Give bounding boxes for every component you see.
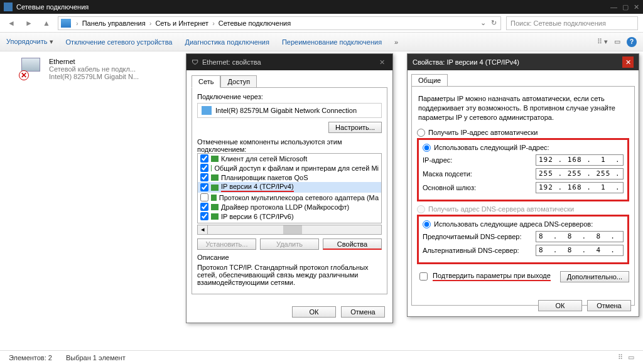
app-icon [4,3,13,11]
breadcrumb[interactable]: › Панель управления › Сеть и Интернет › … [58,16,501,30]
diagnose-connection[interactable]: Диагностика подключения [185,38,269,46]
adapter-name: Ethernet [49,58,139,65]
view-large-icon[interactable]: ▭ [628,353,634,361]
subnet-mask-label: Маска подсети: [423,170,472,178]
minimize-icon[interactable]: — [610,3,617,11]
adapter-device: Intel(R) 82579LM Gigabit N... [49,73,139,80]
component-icon [211,195,217,201]
ok-button[interactable]: ОК [292,306,336,318]
cancel-button[interactable]: Отмена [587,300,631,311]
back-button[interactable]: ◄ [5,17,18,29]
adapter-icon: ✕ [18,58,44,82]
configure-button[interactable]: Настроить... [328,122,382,133]
component-icon [211,204,219,210]
overflow-icon[interactable]: » [394,38,398,46]
dns1-input[interactable] [536,231,624,242]
organize-menu[interactable]: Упорядочить ▾ [6,38,53,46]
radio-ip-auto[interactable] [417,129,425,137]
close-icon[interactable]: ✕ [634,3,639,11]
components-list[interactable]: Клиент для сетей Microsoft Общий доступ … [197,153,382,223]
crumb-network-internet[interactable]: Сеть и Интернет [154,19,210,27]
window-title: Сетевые подключения [16,3,89,11]
component-checkbox[interactable] [200,183,208,191]
advanced-button[interactable]: Дополнительно... [560,271,629,282]
ipv4-properties-dialog: Свойства: IP версии 4 (TCP/IPv4) ✕ Общие… [407,53,639,317]
component-checkbox[interactable] [200,193,208,201]
components-label: Отмеченные компоненты используются этим … [197,138,382,153]
forward-button[interactable]: ► [23,17,35,29]
adapter-status: Сетевой кабель не подкл... [49,65,139,73]
crumb-control-panel[interactable]: Панель управления [81,19,147,27]
properties-button[interactable]: Свойства [323,238,382,250]
gateway-label: Основной шлюз: [423,184,476,191]
help-icon[interactable]: ? [627,37,637,47]
up-button[interactable]: ▲ [40,17,53,29]
status-elements: Элементов: 2 [9,354,52,361]
dns2-input[interactable] [536,245,624,256]
confirm-checkbox[interactable] [419,272,428,281]
adapter-item[interactable]: ✕ Ethernet Сетевой кабель не подкл... In… [18,58,162,82]
crumb-network-connections[interactable]: Сетевые подключения [217,19,292,27]
install-button[interactable]: Установить... [197,238,256,250]
status-selected: Выбран 1 элемент [66,354,126,361]
component-icon [211,156,219,162]
maximize-icon[interactable]: ▢ [622,3,629,11]
component-checkbox[interactable] [200,164,208,172]
ok-button[interactable]: ОК [538,300,582,311]
subnet-mask-input[interactable] [536,168,624,179]
component-checkbox[interactable] [200,203,208,211]
component-icon [211,165,212,171]
ip-address-input[interactable] [536,154,624,166]
refresh-icon[interactable]: ↻ [490,19,498,27]
view-icon[interactable]: ⠿ ▾ [597,38,608,46]
nic-icon [202,106,212,115]
component-checkbox[interactable] [200,173,208,181]
nic-box: Intel(R) 82579LM Gigabit Network Connect… [197,103,382,118]
component-checkbox[interactable] [200,212,208,220]
dns1-label: Предпочитаемый DNS-сервер: [423,233,521,240]
search-input[interactable]: Поиск: Сетевые подключения [506,16,638,30]
dns2-label: Альтернативный DNS-сервер: [423,247,519,254]
connect-through-label: Подключение через: [197,93,382,100]
radio-dns-auto [417,205,425,213]
disable-device[interactable]: Отключение сетевого устройства [66,38,173,46]
dropdown-icon[interactable]: ⌄ [479,19,487,27]
component-ipv4[interactable]: IP версии 4 (TCP/IPv4) [221,183,294,192]
component-icon [211,174,219,181]
gateway-input[interactable] [536,182,624,193]
horizontal-scrollbar[interactable]: ◂ [197,225,382,235]
ipv4-description: Параметры IP можно назначать автоматичес… [417,92,629,127]
shield-icon: 🛡 [192,58,198,66]
description-title: Описание [197,254,382,261]
component-checkbox[interactable] [200,154,208,163]
radio-dns-manual[interactable] [423,220,431,228]
tab-network[interactable]: Сеть [192,75,220,88]
location-icon [61,19,71,28]
radio-ip-manual[interactable] [423,144,431,152]
cancel-button[interactable]: Отмена [341,306,385,318]
dialog-title: Свойства: IP версии 4 (TCP/IPv4) [413,58,519,66]
preview-icon[interactable]: ▭ [614,38,620,46]
tab-access[interactable]: Доступ [220,75,257,88]
component-icon [211,185,219,191]
close-icon[interactable]: ✕ [376,56,387,68]
remove-button[interactable]: Удалить [260,238,319,250]
view-details-icon[interactable]: ⠿ [618,353,623,361]
confirm-label: Подтвердить параметры при выходе [433,272,551,281]
tab-general[interactable]: Общие [411,74,448,87]
close-icon[interactable]: ✕ [622,56,634,68]
component-icon [211,213,219,220]
ethernet-properties-dialog: 🛡 Ethernet: свойства ✕ Сеть Доступ Подкл… [186,53,393,323]
rename-connection[interactable]: Переименование подключения [282,38,382,46]
dialog-title: Ethernet: свойства [202,58,261,66]
ip-address-label: IP-адрес: [423,156,452,164]
description-text: Протокол TCP/IP. Стандартный протокол гл… [197,261,382,289]
